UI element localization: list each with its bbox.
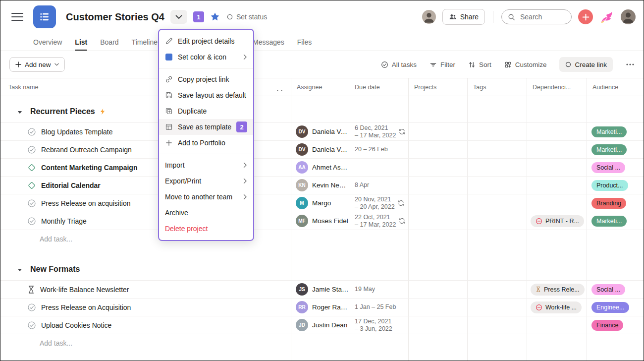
- search-input[interactable]: [519, 12, 564, 21]
- sidebar-toggle-icon[interactable]: [11, 11, 23, 23]
- audience-pill[interactable]: Social ...: [591, 162, 625, 173]
- column-header[interactable]: Projects: [408, 84, 467, 91]
- tags-cell[interactable]: [467, 212, 527, 230]
- section-title[interactable]: New Formats: [30, 265, 80, 274]
- dependency-pill[interactable]: PRINT - R...: [531, 215, 584, 227]
- audience-pill[interactable]: Social ...: [591, 284, 625, 295]
- tags-cell[interactable]: [467, 316, 527, 334]
- task-row[interactable]: Press Release on acquisitionMMargo20 Nov…: [0, 194, 644, 212]
- assignee-cell[interactable]: DVDaniela Var...: [291, 123, 349, 140]
- menu-item-add-to-portfolio[interactable]: Add to Portfolio: [159, 135, 253, 151]
- audience-cell[interactable]: Social ...: [587, 281, 644, 298]
- dependencies-cell[interactable]: PRINT - R...: [527, 212, 587, 230]
- task-name-cell[interactable]: Upload Cookies Notice: [0, 316, 291, 334]
- create-button[interactable]: [578, 9, 593, 24]
- tab-messages[interactable]: Messages: [253, 33, 284, 51]
- dependencies-cell[interactable]: [527, 316, 587, 334]
- dependencies-cell[interactable]: [527, 123, 587, 140]
- audience-cell[interactable]: Social ...: [587, 159, 644, 176]
- dependencies-cell[interactable]: Press Rele...: [527, 281, 587, 298]
- tab-timeline[interactable]: Timeline: [132, 33, 158, 51]
- search-bar[interactable]: [501, 9, 572, 24]
- audience-pill[interactable]: Marketi...: [591, 126, 627, 137]
- task-row[interactable]: Press Release on AcquisitionRRRoger Ray.…: [0, 299, 644, 316]
- assignee-cell[interactable]: MMargo: [291, 194, 349, 212]
- task-row[interactable]: Rebrand Outreach CampaignDVDaniela Var..…: [0, 141, 644, 159]
- menu-item-copy-project-link[interactable]: Copy project link: [159, 71, 253, 87]
- avatar[interactable]: [422, 10, 436, 24]
- projects-cell[interactable]: [408, 299, 467, 316]
- column-header[interactable]: Dependenci...: [527, 84, 587, 91]
- audience-cell[interactable]: Enginee...: [587, 299, 644, 316]
- audience-cell[interactable]: Marketi...: [587, 212, 644, 230]
- add-new-button[interactable]: Add new: [9, 57, 65, 72]
- dependencies-cell[interactable]: [527, 194, 587, 212]
- projects-cell[interactable]: [408, 194, 467, 212]
- column-header[interactable]: Tags: [467, 84, 527, 91]
- assignee-cell[interactable]: AAAhmet Aslan: [291, 159, 349, 176]
- assignee-cell[interactable]: KNKevin New...: [291, 177, 349, 194]
- projects-cell[interactable]: [408, 159, 467, 176]
- projects-cell[interactable]: [408, 123, 467, 140]
- menu-item-duplicate[interactable]: Duplicate: [159, 103, 253, 119]
- audience-pill[interactable]: Enginee...: [591, 302, 629, 313]
- dependencies-cell[interactable]: [527, 177, 587, 194]
- menu-item-export-print[interactable]: Export/Print: [159, 173, 253, 189]
- assignee-cell[interactable]: RRRoger Ray...: [291, 299, 349, 316]
- task-name-cell[interactable]: Press Release on Acquisition: [0, 299, 291, 316]
- tab-board[interactable]: Board: [100, 33, 118, 51]
- assignee-cell[interactable]: JDJustin Dean: [291, 316, 349, 334]
- task-row[interactable]: Upload Cookies NoticeJDJustin Dean17 Dec…: [0, 316, 644, 334]
- assignee-cell[interactable]: MFMoses Fidel: [291, 212, 349, 230]
- tags-cell[interactable]: [467, 141, 527, 158]
- tab-files[interactable]: Files: [297, 33, 312, 51]
- assignee-cell[interactable]: JSJamie Stap...: [291, 281, 349, 298]
- task-row[interactable]: Monthly TriageMFMoses Fidel22 Oct, 2021–…: [0, 212, 644, 230]
- favorite-star-icon[interactable]: [210, 12, 220, 22]
- audience-cell[interactable]: Branding: [587, 194, 644, 212]
- audience-cell[interactable]: Marketi...: [587, 141, 644, 158]
- dependency-pill[interactable]: Press Rele...: [531, 284, 585, 296]
- audience-cell[interactable]: Finance: [587, 316, 644, 334]
- due-date-cell[interactable]: [349, 159, 408, 176]
- dependency-pill[interactable]: Work-life ...: [531, 301, 582, 313]
- tags-cell[interactable]: [467, 123, 527, 140]
- due-date-cell[interactable]: 6 Dec, 2021– 17 Mar, 2022: [349, 123, 408, 140]
- set-status-button[interactable]: Set status: [227, 13, 267, 21]
- project-list-icon[interactable]: [33, 5, 56, 28]
- task-row[interactable]: Editorial CalendarKNKevin New...8 AprPro…: [0, 177, 644, 194]
- add-task-row[interactable]: Add task...: [0, 334, 644, 352]
- celebration-phoenix-icon[interactable]: [599, 9, 614, 24]
- add-task-row[interactable]: Add task...: [0, 230, 644, 248]
- filter-button[interactable]: Filter: [429, 61, 455, 68]
- audience-pill[interactable]: Finance: [591, 320, 623, 331]
- project-menu-button[interactable]: [170, 10, 187, 24]
- menu-item-import[interactable]: Import: [159, 157, 253, 173]
- projects-cell[interactable]: [408, 141, 467, 158]
- audience-pill[interactable]: Product...: [591, 180, 628, 191]
- dependencies-cell[interactable]: Work-life ...: [527, 299, 587, 316]
- menu-item-archive[interactable]: Archive: [159, 205, 253, 221]
- create-link-button[interactable]: Create link: [559, 57, 613, 72]
- due-date-cell[interactable]: 20 Nov, 2021– 20 Apr, 2022: [349, 194, 408, 212]
- column-header[interactable]: Due date: [349, 84, 408, 91]
- due-date-cell[interactable]: 1 Jan – 25 Feb: [349, 299, 408, 316]
- tab-list[interactable]: List: [75, 33, 87, 51]
- projects-cell[interactable]: [408, 316, 467, 334]
- dependencies-cell[interactable]: [527, 141, 587, 158]
- customize-button[interactable]: Customize: [504, 61, 547, 68]
- tags-cell[interactable]: [467, 177, 527, 194]
- audience-pill[interactable]: Marketi...: [591, 216, 627, 227]
- due-date-cell[interactable]: 22 Oct, 2021– 17 Mar, 2022: [349, 212, 408, 230]
- due-date-cell[interactable]: 8 Apr: [349, 177, 408, 194]
- due-date-cell[interactable]: 17 Dec, 2021– 3 Jun, 2022: [349, 316, 408, 334]
- column-header[interactable]: Assignee: [291, 84, 349, 91]
- tags-cell[interactable]: [467, 159, 527, 176]
- audience-cell[interactable]: Product...: [587, 177, 644, 194]
- menu-item-set-color-icon[interactable]: Set color & icon: [159, 49, 253, 65]
- audience-pill[interactable]: Branding: [591, 198, 626, 209]
- all-tasks-filter-button[interactable]: All tasks: [381, 61, 417, 68]
- menu-item-delete-project[interactable]: Delete project: [159, 221, 253, 237]
- column-header[interactable]: Audience: [587, 84, 644, 91]
- task-row[interactable]: Content Marketing CampaignAAAhmet AslanS…: [0, 159, 644, 177]
